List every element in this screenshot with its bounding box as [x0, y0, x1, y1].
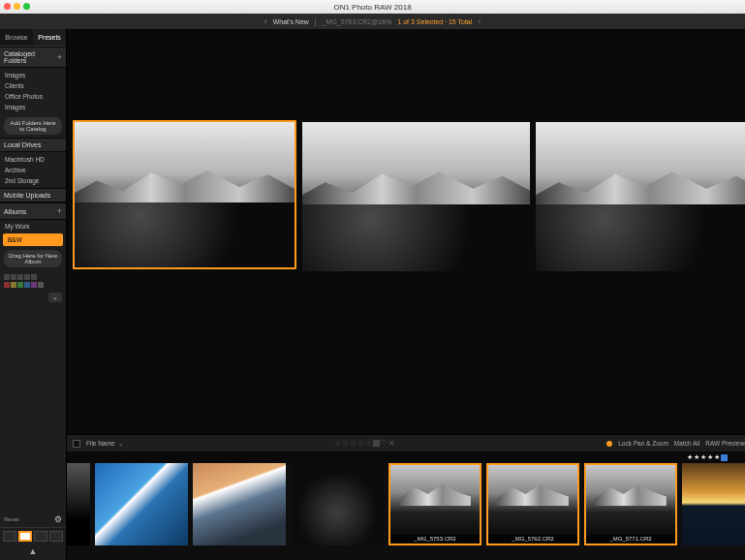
folder-item[interactable]: Clients — [0, 80, 66, 91]
section-label: Cataloged Folders — [4, 50, 57, 64]
section-mobile-uploads[interactable]: Mobile Uploads — [0, 188, 66, 202]
star-filter-icon[interactable] — [31, 274, 37, 280]
star-icon[interactable]: ☆ — [342, 439, 349, 448]
expand-sidebar-icon[interactable]: ▲ — [27, 546, 39, 558]
chevron-down-icon: ⌄ — [118, 440, 124, 448]
section-label: Albums — [4, 208, 26, 215]
blue-label-icon — [721, 454, 728, 461]
section-albums[interactable]: Albums + — [0, 202, 66, 220]
sort-dropdown[interactable]: File Name ⌄ — [86, 440, 124, 448]
star-filled-icon: ★ — [707, 453, 713, 461]
folder-item[interactable]: Images — [0, 102, 66, 112]
content-pane: File Name ⌄ ☆ ☆ ☆ ☆ ☆ ♡ ✕ Lock Pan & Zoo… — [67, 29, 745, 560]
filmstrip-thumb[interactable]: _MG_5771.CR2 — [584, 463, 677, 545]
star-filter-icon[interactable] — [4, 274, 10, 280]
color-label-green[interactable] — [17, 282, 23, 288]
section-label: Local Drives — [4, 141, 42, 148]
lock-pan-zoom-toggle[interactable]: Lock Pan & Zoom — [618, 440, 668, 447]
color-label-purple[interactable] — [31, 282, 37, 288]
thumb-image — [95, 463, 188, 545]
color-label-blue[interactable] — [24, 282, 30, 288]
compare-photo[interactable] — [302, 122, 530, 271]
thumb-rating-overlay: ★ ★ ★ ★ ★ — [67, 451, 745, 463]
color-label-yellow[interactable] — [11, 282, 16, 288]
compare-photo-selected[interactable] — [73, 120, 296, 269]
view-single-button[interactable] — [34, 531, 47, 542]
filter-star-row[interactable] — [0, 270, 66, 282]
filmstrip-thumb[interactable]: _MG_5753.CR2 — [388, 463, 481, 545]
color-label-none[interactable] — [38, 282, 44, 288]
star-filter-icon[interactable] — [17, 274, 23, 280]
compare-view — [67, 29, 745, 434]
album-item-active[interactable]: B&W — [3, 233, 63, 246]
section-local-drives[interactable]: Local Drives — [0, 138, 66, 152]
local-drives-list: Macintosh HD Archive 2nd Storage — [0, 152, 66, 188]
tab-browse[interactable]: Browse — [0, 29, 33, 46]
minimize-icon[interactable] — [14, 3, 20, 10]
lock-indicator-icon — [606, 441, 612, 447]
sort-label: File Name — [86, 440, 115, 447]
sidebar-tabs: Browse Presets — [0, 29, 66, 47]
nav-forward-icon[interactable]: › — [478, 16, 481, 26]
filter-dropdown[interactable]: ⌄ — [48, 293, 62, 302]
thumb-filename: _MG_5771.CR2 — [586, 535, 675, 543]
reset-filters-button[interactable]: Reset — [4, 516, 19, 522]
reject-icon[interactable]: ✕ — [388, 439, 395, 448]
filmstrip-thumb[interactable] — [291, 463, 384, 545]
add-album-icon[interactable]: + — [57, 206, 62, 216]
view-map-button[interactable] — [49, 531, 63, 542]
close-icon[interactable] — [4, 3, 11, 10]
filmstrip-thumb[interactable] — [95, 463, 188, 545]
filmstrip-thumb[interactable]: _MG_5762.CR2 — [486, 463, 579, 545]
gear-icon[interactable]: ⚙ — [54, 514, 62, 524]
add-catalog-folder-button[interactable]: Add Folders Here to Catalog — [4, 117, 62, 135]
raw-previews-toggle[interactable]: RAW Previews — [705, 440, 745, 447]
star-filter-icon[interactable] — [11, 274, 16, 280]
select-all-checkbox[interactable] — [73, 440, 80, 448]
current-file-info: _MG_5763.CR2@16% — [323, 18, 392, 25]
star-filled-icon: ★ — [687, 453, 693, 461]
color-label-icon[interactable] — [373, 440, 380, 447]
maximize-icon[interactable] — [23, 3, 30, 10]
star-filled-icon: ★ — [700, 453, 706, 461]
selection-status: 1 of 3 Selected · 15 Total — [397, 18, 472, 25]
tab-presets[interactable]: Presets — [33, 29, 66, 46]
add-folder-icon[interactable]: + — [57, 52, 62, 62]
compare-photo[interactable] — [536, 122, 745, 271]
whats-new-link[interactable]: What's New — [273, 18, 309, 25]
thumb-image — [586, 465, 675, 544]
filmstrip-thumb[interactable] — [193, 463, 286, 545]
match-all-toggle[interactable]: Match All — [674, 440, 699, 447]
filmstrip: _MG_5753.CR2_MG_5762.CR2_MG_5771.CR2 — [67, 463, 745, 560]
filmstrip-thumb[interactable] — [682, 463, 745, 545]
folder-item[interactable]: Office Photos — [0, 91, 66, 102]
drive-item[interactable]: Macintosh HD — [0, 154, 66, 165]
color-label-red[interactable] — [4, 282, 10, 288]
left-sidebar: Browse Presets Cataloged Folders + Image… — [0, 29, 67, 560]
view-compare-button[interactable] — [18, 531, 32, 542]
thumb-image — [488, 465, 577, 544]
star-icon[interactable]: ☆ — [365, 439, 372, 448]
view-grid-button[interactable] — [3, 531, 16, 542]
thumb-image — [193, 463, 286, 545]
star-icon[interactable]: ☆ — [357, 439, 364, 448]
drive-item[interactable]: 2nd Storage — [0, 175, 66, 186]
section-cataloged-folders[interactable]: Cataloged Folders + — [0, 47, 66, 68]
star-icon[interactable]: ☆ — [350, 439, 357, 448]
star-filter-icon[interactable] — [24, 274, 30, 280]
star-filled-icon: ★ — [714, 453, 720, 461]
sidebar-footer: Reset ⚙ — [0, 512, 66, 527]
nav-back-icon[interactable]: ‹ — [264, 16, 267, 26]
app-header: ‹ What's New | _MG_5763.CR2@16% 1 of 3 S… — [0, 14, 745, 29]
thumb-filename: _MG_5762.CR2 — [488, 535, 577, 543]
thumb-filename: _MG_5753.CR2 — [390, 535, 480, 543]
add-album-button[interactable]: Drag Here for New Album — [4, 250, 62, 267]
like-icon[interactable]: ♡ — [381, 439, 388, 448]
drive-item[interactable]: Archive — [0, 165, 66, 175]
view-mode-row — [0, 527, 66, 544]
rating-controls: ☆ ☆ ☆ ☆ ☆ ♡ ✕ — [130, 439, 602, 448]
folder-item[interactable]: Images — [0, 70, 66, 80]
star-icon[interactable]: ☆ — [334, 439, 341, 448]
filmstrip-thumb[interactable] — [67, 463, 90, 545]
album-item[interactable]: My Work — [0, 220, 66, 233]
